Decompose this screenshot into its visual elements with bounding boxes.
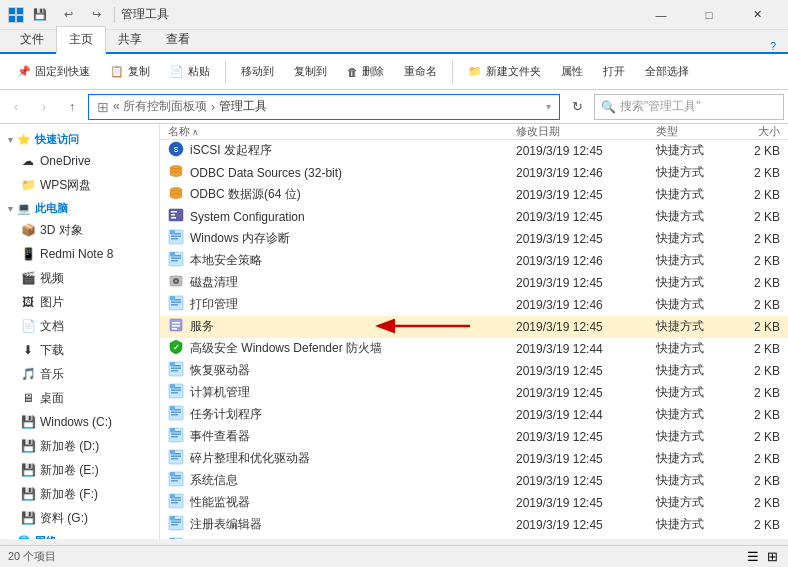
sidebar-item-picture[interactable]: 🖼 图片 (0, 290, 159, 314)
file-size: 2 KB (728, 496, 788, 510)
sidebar-item-phone[interactable]: 📱 Redmi Note 8 (0, 242, 159, 266)
sidebar-item-video[interactable]: 🎬 视频 (0, 266, 159, 290)
svg-rect-42 (172, 322, 180, 324)
address-box[interactable]: ⊞ « 所有控制面板项 › 管理工具 ▾ (88, 94, 560, 120)
table-row[interactable]: ODBC Data Sources (32-bit) 2019/3/19 12:… (160, 162, 788, 184)
file-date: 2019/3/19 12:45 (508, 144, 648, 158)
tab-home[interactable]: 主页 (56, 26, 106, 54)
qt-undo-button[interactable]: ↩ (56, 4, 80, 26)
sidebar-item-desktop[interactable]: 🖥 桌面 (0, 386, 159, 410)
tab-file[interactable]: 文件 (8, 27, 56, 52)
sidebar-label: 新加卷 (F:) (40, 486, 98, 503)
ribbon-open-button[interactable]: 打开 (594, 58, 634, 86)
table-row[interactable]: ✓ 高级安全 Windows Defender 防火墙 2019/3/19 12… (160, 338, 788, 360)
table-row[interactable]: ODBC 数据源(64 位) 2019/3/19 12:45 快捷方式 2 KB (160, 184, 788, 206)
ribbon-copy-button[interactable]: 📋 复制 (101, 58, 159, 86)
file-name: 性能监视器 (160, 493, 508, 512)
sidebar-item-3d[interactable]: 📦 3D 对象 (0, 218, 159, 242)
table-row[interactable]: 本地安全策略 2019/3/19 12:46 快捷方式 2 KB (160, 250, 788, 272)
sidebar-item-this-pc[interactable]: ▾ 💻 此电脑 (0, 197, 159, 218)
sidebar-label: 视频 (40, 270, 64, 287)
svg-rect-48 (171, 368, 181, 370)
table-row[interactable]: 碎片整理和优化驱动器 2019/3/19 12:45 快捷方式 2 KB (160, 448, 788, 470)
file-name: 恢复驱动器 (160, 361, 508, 380)
qt-save-button[interactable]: 💾 (28, 4, 52, 26)
close-button[interactable]: ✕ (734, 0, 780, 30)
sidebar-item-quick-access[interactable]: ▾ ⭐ 快速访问 (0, 128, 159, 149)
table-row[interactable]: 资源监视器 2019/3/19 12:45 快捷方式 2 KB (160, 536, 788, 539)
address-dropdown-arrow[interactable]: ▾ (546, 101, 551, 112)
sidebar-label: 图片 (40, 294, 64, 311)
col-date[interactable]: 修改日期 (508, 124, 648, 139)
svg-marker-87 (170, 494, 175, 498)
table-row[interactable]: 系统信息 2019/3/19 12:45 快捷方式 2 KB (160, 470, 788, 492)
list-view-button[interactable]: ☰ (745, 549, 761, 564)
svg-marker-93 (170, 516, 175, 520)
minimize-button[interactable]: — (638, 0, 684, 30)
help-button[interactable]: ? (766, 40, 780, 52)
search-box[interactable]: 🔍 搜索"管理工具" (594, 94, 784, 120)
sidebar-item-docs[interactable]: 📄 文档 (0, 314, 159, 338)
drive-icon: 💾 (20, 486, 36, 502)
table-row[interactable]: 计算机管理 2019/3/19 12:45 快捷方式 2 KB (160, 382, 788, 404)
table-row[interactable]: 性能监视器 2019/3/19 12:45 快捷方式 2 KB (160, 492, 788, 514)
col-name[interactable]: 名称 ∧ (160, 124, 508, 139)
file-date: 2019/3/19 12:45 (508, 518, 648, 532)
svg-marker-40 (170, 296, 175, 300)
sidebar-item-download[interactable]: ⬇ 下载 (0, 338, 159, 362)
ribbon-paste-button[interactable]: 📄 粘贴 (161, 58, 219, 86)
grid-view-button[interactable]: ⊞ (765, 549, 780, 564)
svg-rect-67 (171, 436, 178, 438)
table-row[interactable]: 打印管理 2019/3/19 12:46 快捷方式 2 KB (160, 294, 788, 316)
sidebar-item-f[interactable]: 💾 新加卷 (F:) (0, 482, 159, 506)
svg-rect-17 (171, 211, 177, 213)
col-size[interactable]: 大小 (728, 124, 788, 139)
sidebar-item-d[interactable]: 💾 新加卷 (D:) (0, 434, 159, 458)
qt-redo-button[interactable]: ↪ (84, 4, 108, 26)
table-row[interactable]: Windows 内存诊断 2019/3/19 12:45 快捷方式 2 KB (160, 228, 788, 250)
maximize-button[interactable]: □ (686, 0, 732, 30)
sidebar-item-g[interactable]: 💾 资料 (G:) (0, 506, 159, 530)
table-row[interactable]: 事件查看器 2019/3/19 12:45 快捷方式 2 KB (160, 426, 788, 448)
sidebar-item-wps[interactable]: 📁 WPS网盘 (0, 173, 159, 197)
file-date: 2019/3/19 12:45 (508, 320, 648, 334)
file-date: 2019/3/19 12:46 (508, 254, 648, 268)
sidebar-item-network[interactable]: ▸ 🌐 网络 (0, 530, 159, 539)
table-row[interactable]: System Configuration 2019/3/19 12:45 快捷方… (160, 206, 788, 228)
tab-share[interactable]: 共享 (106, 27, 154, 52)
table-row[interactable]: 服务 2019/3/19 12:45 快捷方式 2 KB (160, 316, 788, 338)
col-type[interactable]: 类型 (648, 124, 728, 139)
table-row[interactable]: S iSCSI 发起程序 2019/3/19 12:45 快捷方式 2 KB (160, 140, 788, 162)
ribbon-newfolder-button[interactable]: 📁 新建文件夹 (459, 58, 550, 86)
ribbon-pin-button[interactable]: 📌 固定到快速 (8, 58, 99, 86)
download-icon: ⬇ (20, 342, 36, 358)
file-icon (168, 295, 184, 314)
ribbon-delete-button[interactable]: 🗑 删除 (338, 58, 393, 86)
table-row[interactable]: 磁盘清理 2019/3/19 12:45 快捷方式 2 KB (160, 272, 788, 294)
table-row[interactable]: 任务计划程序 2019/3/19 12:44 快捷方式 2 KB (160, 404, 788, 426)
up-button[interactable]: ↑ (60, 94, 84, 120)
svg-rect-78 (171, 478, 181, 480)
file-icon (168, 361, 184, 380)
window-controls: — □ ✕ (638, 0, 780, 30)
sidebar-item-c[interactable]: 💾 Windows (C:) (0, 410, 159, 434)
ribbon-properties-button[interactable]: 属性 (552, 58, 592, 86)
refresh-button[interactable]: ↻ (564, 94, 590, 120)
table-row[interactable]: 恢复驱动器 2019/3/19 12:45 快捷方式 2 KB (160, 360, 788, 382)
file-icon: ✓ (168, 339, 184, 358)
sidebar-label: 资料 (G:) (40, 510, 88, 527)
table-row[interactable]: 注册表编辑器 2019/3/19 12:45 快捷方式 2 KB (160, 514, 788, 536)
sidebar-item-onedrive[interactable]: ☁ OneDrive (0, 149, 159, 173)
tab-view[interactable]: 查看 (154, 27, 202, 52)
ribbon-move-button[interactable]: 移动到 (232, 58, 283, 86)
file-icon: S (168, 141, 184, 160)
sidebar-item-music[interactable]: 🎵 音乐 (0, 362, 159, 386)
ribbon-select-button[interactable]: 全部选择 (636, 58, 698, 86)
svg-marker-99 (170, 538, 175, 539)
ribbon-rename-button[interactable]: 重命名 (395, 58, 446, 86)
sidebar-item-e[interactable]: 💾 新加卷 (E:) (0, 458, 159, 482)
file-name: 注册表编辑器 (160, 515, 508, 534)
music-icon: 🎵 (20, 366, 36, 382)
ribbon-copy2-button[interactable]: 复制到 (285, 58, 336, 86)
cloud-icon: ☁ (20, 153, 36, 169)
